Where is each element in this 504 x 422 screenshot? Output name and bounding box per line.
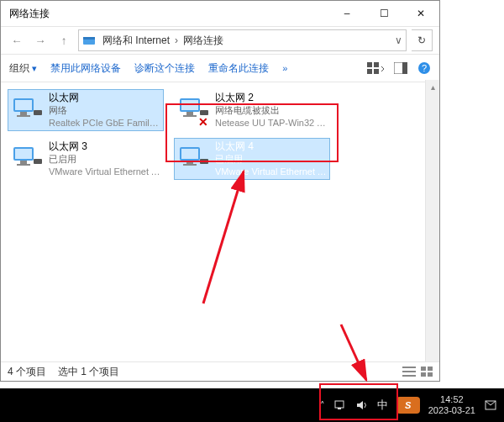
chevron-down-icon[interactable]: ∨ [395, 34, 402, 46]
chevron-right-icon: › [173, 34, 180, 46]
forward-button[interactable]: → [31, 31, 50, 50]
minimize-button[interactable]: – [328, 1, 365, 26]
svg-rect-22 [20, 161, 27, 164]
help-button[interactable]: ? [417, 61, 431, 75]
svg-rect-32 [402, 375, 416, 377]
svg-rect-12 [20, 112, 27, 115]
maximize-button[interactable]: ☐ [365, 1, 402, 26]
minimize-icon: – [344, 8, 350, 19]
ime-indicator[interactable]: 中 [377, 398, 388, 413]
svg-rect-11 [15, 100, 32, 110]
large-icons-view-icon[interactable] [421, 367, 433, 377]
adapter-item[interactable]: 以太网 3 已启用 VMware Virtual Ethernet Adap..… [8, 138, 164, 180]
svg-rect-2 [367, 62, 372, 67]
svg-rect-27 [186, 161, 193, 164]
refresh-icon: ↻ [417, 34, 426, 46]
svg-rect-30 [402, 367, 416, 368]
svg-rect-21 [15, 149, 32, 159]
adapter-device: Realtek PCIe GbE Family Contr... [49, 117, 161, 129]
adapter-status: 已启用 [215, 153, 328, 166]
adapter-name: 以太网 2 [215, 92, 328, 104]
refresh-button[interactable]: ↻ [412, 29, 433, 51]
content-area[interactable]: 以太网 网络 Realtek PCIe GbE Family Contr... … [1, 82, 439, 365]
tray-overflow-icon[interactable]: ˄ [320, 400, 325, 411]
adapter-status: 已启用 [49, 153, 161, 166]
svg-rect-39 [338, 408, 341, 409]
network-adapter-icon [176, 142, 210, 172]
taskbar: ˄ 中 S 14:52 2023-03-21 [0, 388, 504, 422]
address-bar: ← → ↑ 网络和 Internet › 网络连接 ∨ ↻ [1, 27, 439, 55]
disable-device-button[interactable]: 禁用此网络设备 [50, 61, 121, 76]
adapter-name: 以太网 4 [215, 140, 328, 153]
network-tray-icon[interactable] [333, 399, 347, 411]
system-tray: ˄ 中 S 14:52 2023-03-21 [320, 394, 497, 416]
window-title: 网络连接 [1, 7, 50, 21]
adapter-name: 以太网 [49, 92, 161, 104]
svg-rect-5 [374, 69, 379, 74]
svg-rect-31 [402, 371, 416, 372]
explorer-window: 网络连接 – ☐ ✕ ← → ↑ 网络和 Internet › 网络连接 ∨ ↻… [0, 0, 440, 382]
svg-rect-7 [402, 62, 407, 74]
adapter-device: Netease UU TAP-Win32 Adapt... [215, 117, 328, 129]
titlebar: 网络连接 – ☐ ✕ [1, 1, 439, 27]
overflow-button[interactable]: » [282, 63, 287, 73]
svg-rect-18 [183, 115, 197, 117]
svg-rect-17 [186, 112, 193, 115]
close-button[interactable]: ✕ [402, 1, 439, 26]
svg-rect-23 [17, 164, 30, 166]
adapter-item[interactable]: 以太网 4 已启用 VMware Virtual Ethernet Adap..… [174, 138, 330, 180]
arrow-right-icon: → [34, 34, 45, 47]
view-mode-button[interactable] [367, 62, 384, 74]
item-count: 4 个项目 [8, 365, 46, 379]
network-folder-icon [82, 34, 96, 47]
svg-rect-16 [181, 100, 198, 110]
status-bar: 4 个项目 选中 1 个项目 [1, 361, 439, 381]
details-view-icon[interactable] [402, 367, 416, 377]
svg-rect-29 [200, 159, 208, 164]
adapter-device: VMware Virtual Ethernet Adap... [49, 166, 161, 178]
svg-rect-36 [428, 372, 433, 377]
adapter-item[interactable]: ✕ 以太网 2 网络电缆被拔出 Netease UU TAP-Win32 Ada… [174, 89, 330, 131]
maximize-icon: ☐ [380, 8, 389, 19]
volume-tray-icon[interactable] [355, 399, 369, 411]
organize-menu[interactable]: 组织 ▾ [9, 61, 37, 76]
adapter-device: VMware Virtual Ethernet Adap... [215, 166, 328, 178]
breadcrumb-2[interactable]: 网络连接 [180, 30, 227, 50]
svg-rect-13 [17, 115, 30, 117]
selected-count: 选中 1 个项目 [58, 365, 119, 379]
adapter-status: 网络电缆被拔出 [215, 104, 328, 117]
svg-rect-1 [83, 37, 95, 40]
up-button[interactable]: ↑ [55, 31, 73, 50]
adapter-status: 网络 [49, 104, 161, 117]
vertical-scrollbar[interactable]: ▴ [425, 80, 439, 362]
breadcrumb-1[interactable]: 网络和 Internet [99, 30, 173, 50]
back-button[interactable]: ← [8, 31, 26, 50]
screenshot-frame: { "window": { "title": "网络连接", "min_tip"… [0, 0, 504, 422]
svg-rect-26 [181, 149, 198, 159]
rename-button[interactable]: 重命名此连接 [208, 61, 269, 76]
adapter-name: 以太网 3 [49, 140, 161, 153]
svg-rect-3 [374, 62, 379, 67]
preview-pane-button[interactable] [394, 62, 407, 74]
svg-rect-4 [367, 69, 372, 74]
svg-rect-34 [428, 367, 433, 371]
notification-tray-icon[interactable] [484, 399, 497, 411]
clock-time: 14:52 [440, 394, 464, 405]
address-box[interactable]: 网络和 Internet › 网络连接 ∨ [78, 29, 407, 51]
chevron-down-icon: ▾ [32, 63, 37, 73]
clock[interactable]: 14:52 2023-03-21 [428, 394, 475, 416]
svg-rect-33 [421, 367, 426, 371]
command-bar: 组织 ▾ 禁用此网络设备 诊断这个连接 重命名此连接 » ? [1, 55, 439, 82]
sogou-ime-icon[interactable]: S [396, 397, 420, 414]
diagnose-button[interactable]: 诊断这个连接 [134, 61, 195, 76]
close-icon: ✕ [417, 8, 425, 19]
scroll-up-icon[interactable]: ▴ [426, 80, 439, 93]
arrow-left-icon: ← [11, 34, 22, 47]
adapter-item[interactable]: 以太网 网络 Realtek PCIe GbE Family Contr... [8, 89, 164, 131]
network-adapter-icon [10, 142, 44, 172]
svg-rect-28 [183, 164, 197, 166]
svg-rect-24 [34, 159, 42, 164]
network-adapter-icon [10, 93, 44, 124]
arrow-up-icon: ↑ [61, 34, 67, 47]
svg-rect-14 [34, 110, 42, 115]
